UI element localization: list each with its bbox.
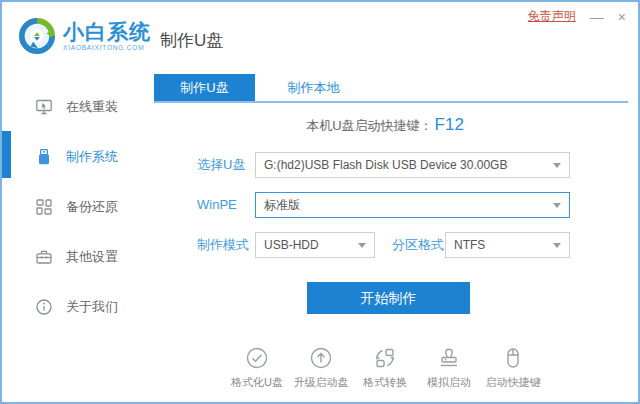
simulate-boot-icon: [437, 346, 461, 370]
chevron-down-icon: [553, 243, 561, 248]
usb-select-dropdown[interactable]: G:(hd2)USB Flash Disk USB Device 30.00GB: [255, 152, 570, 178]
online-reinstall-icon: [35, 98, 53, 116]
sidebar-item-backup-restore[interactable]: 备份还原: [2, 182, 142, 232]
tool-label: 模拟启动: [427, 375, 471, 390]
make-mode-dropdown[interactable]: USB-HDD: [255, 232, 375, 258]
sidebar-item-other-settings[interactable]: 其他设置: [2, 232, 142, 282]
disclaimer-link[interactable]: 免责声明: [528, 8, 576, 25]
app-logo: 小白系统 XIAOBAIXITONG.COM: [18, 17, 151, 55]
tool-label: 启动快捷键: [486, 375, 541, 390]
tool-boot-hotkey[interactable]: 启动快捷键: [481, 346, 545, 390]
sidebar-item-make-system[interactable]: 制作系统: [2, 132, 142, 182]
usb-select-value: G:(hd2)USB Flash Disk USB Device 30.00GB: [264, 158, 547, 172]
format-convert-icon: [373, 346, 397, 370]
make-mode-label: 制作模式: [197, 232, 249, 258]
boot-hotkey-value: F12: [435, 115, 464, 134]
tool-format-usb[interactable]: 格式化U盘: [225, 346, 289, 390]
app-window: 免责声明 — × 小白系统 XIAOBAIXITONG.COM 制作U盘: [0, 0, 640, 404]
page-title: 制作U盘: [160, 29, 223, 52]
tab-make-local[interactable]: 制作本地: [255, 74, 372, 101]
make-mode-value: USB-HDD: [264, 238, 352, 252]
usb-select-label: 选择U盘: [197, 152, 245, 178]
upgrade-bootdisk-icon: [309, 346, 333, 370]
partition-format-dropdown[interactable]: NTFS: [445, 232, 570, 258]
logo-swirl-icon: [18, 17, 56, 55]
winpe-dropdown[interactable]: 标准版: [255, 192, 570, 218]
partition-format-label: 分区格式: [392, 232, 444, 258]
boot-hotkey-line: 本机U盘启动快捷键：F12: [142, 115, 628, 135]
sidebar-item-label: 制作系统: [66, 148, 118, 166]
tool-format-convert[interactable]: 格式转换: [353, 346, 417, 390]
sidebar-item-online-reinstall[interactable]: 在线重装: [2, 82, 142, 132]
close-button[interactable]: ×: [618, 10, 626, 24]
winpe-label: WinPE: [197, 192, 237, 218]
start-make-button[interactable]: 开始制作: [307, 282, 470, 314]
boot-hotkey-icon: [501, 346, 525, 370]
logo-title: 小白系统: [63, 21, 151, 42]
tab-underline: [154, 101, 628, 103]
logo-subtitle: XIAOBAIXITONG.COM: [63, 45, 151, 52]
sidebar: 在线重装 制作系统 备份还原: [2, 82, 142, 332]
partition-format-value: NTFS: [454, 238, 547, 252]
sidebar-item-about-us[interactable]: 关于我们: [2, 282, 142, 332]
chevron-down-icon: [358, 243, 366, 248]
titlebar-controls: 免责声明 — ×: [528, 8, 626, 25]
footer-toolbar: 格式化U盘 升级启动盘 格式: [142, 346, 628, 390]
tool-upgrade-bootdisk[interactable]: 升级启动盘: [289, 346, 353, 390]
usb-drive-icon: [35, 148, 53, 166]
chevron-down-icon: [553, 163, 561, 168]
chevron-down-icon: [553, 203, 561, 208]
info-icon: [35, 298, 53, 316]
format-usb-icon: [245, 346, 269, 370]
tab-make-usb[interactable]: 制作U盘: [154, 74, 255, 101]
tool-label: 格式转换: [363, 375, 407, 390]
sidebar-item-label: 关于我们: [66, 298, 118, 316]
sidebar-item-label: 其他设置: [66, 248, 118, 266]
boot-hotkey-label: 本机U盘启动快捷键：: [306, 118, 432, 133]
winpe-value: 标准版: [264, 197, 547, 214]
toolbox-icon: [35, 248, 53, 266]
minimize-button[interactable]: —: [590, 10, 604, 24]
tool-label: 升级启动盘: [294, 375, 349, 390]
backup-restore-icon: [35, 198, 53, 216]
sidebar-item-label: 在线重装: [66, 98, 118, 116]
tool-label: 格式化U盘: [231, 375, 283, 390]
tool-simulate-boot[interactable]: 模拟启动: [417, 346, 481, 390]
tab-bar: 制作U盘 制作本地: [154, 74, 372, 101]
sidebar-item-label: 备份还原: [66, 198, 118, 216]
